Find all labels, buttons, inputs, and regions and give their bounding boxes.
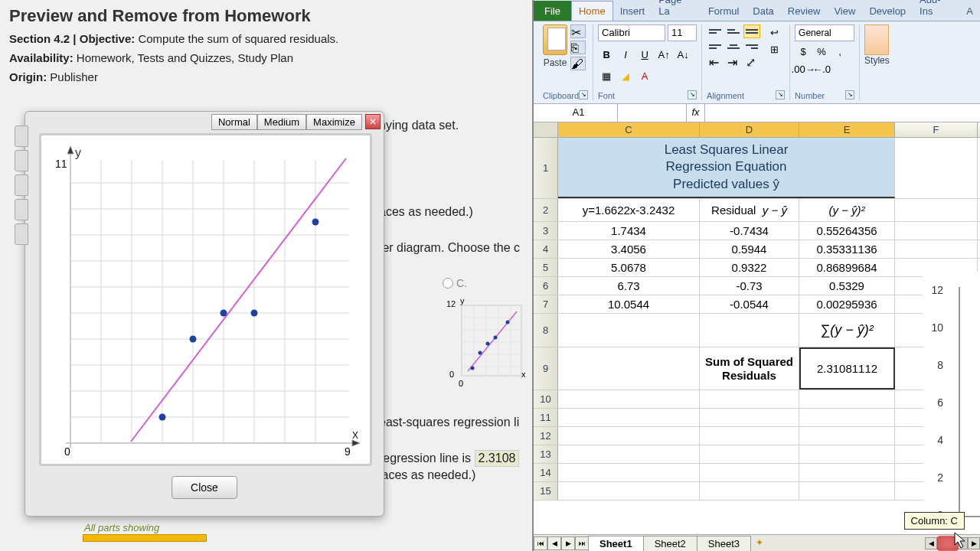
font-color-icon[interactable]: A: [636, 68, 653, 83]
cell[interactable]: -0.73: [700, 277, 799, 295]
increase-decimal-icon[interactable]: .00→: [795, 61, 812, 77]
cell[interactable]: [895, 222, 978, 240]
cell[interactable]: 0.5944: [700, 240, 799, 258]
cell[interactable]: [700, 482, 799, 500]
cell[interactable]: 5.0678: [558, 259, 700, 276]
sq-residual-header[interactable]: (y − ŷ)²: [799, 199, 895, 221]
side-tool[interactable]: [15, 223, 28, 245]
formula-bar[interactable]: [705, 104, 980, 122]
row-header[interactable]: 2: [534, 199, 558, 221]
insert-tab[interactable]: Insert: [613, 2, 652, 21]
row-header[interactable]: 8: [534, 314, 558, 347]
equation-cell[interactable]: y=1.6622x-3.2432: [558, 199, 700, 221]
cell[interactable]: [558, 464, 700, 481]
ssr-value-cell[interactable]: 2.31081112: [799, 347, 895, 390]
side-tool[interactable]: [15, 174, 28, 196]
row-header[interactable]: 7: [534, 295, 558, 313]
maximize-tab[interactable]: Maximize: [306, 114, 362, 130]
col-header-d[interactable]: D: [700, 122, 799, 137]
first-sheet-button[interactable]: ⏮: [534, 536, 547, 550]
cell[interactable]: 10.0544: [558, 295, 700, 313]
sheet2-tab[interactable]: Sheet2: [643, 536, 697, 551]
data-tab[interactable]: Data: [746, 2, 780, 21]
side-tool[interactable]: [15, 126, 28, 147]
row-header[interactable]: 14: [534, 464, 558, 481]
cell[interactable]: 0.00295936: [799, 295, 895, 313]
align-middle[interactable]: [725, 24, 742, 38]
number-launcher[interactable]: ↘: [845, 90, 854, 99]
pagelayout-tab[interactable]: Page La: [652, 0, 701, 21]
cell[interactable]: [558, 314, 700, 347]
align-center[interactable]: [725, 40, 742, 54]
sheet1-tab[interactable]: Sheet1: [588, 536, 644, 551]
row-header[interactable]: 15: [534, 482, 558, 500]
last-sheet-button[interactable]: ⏭: [575, 536, 589, 550]
cell[interactable]: [558, 427, 700, 445]
close-button[interactable]: Close: [172, 476, 237, 499]
prev-sheet-button[interactable]: ◀: [547, 536, 561, 550]
cell[interactable]: -0.0544: [700, 295, 799, 313]
align-bottom[interactable]: [743, 24, 760, 38]
merged-header-cell[interactable]: Least Squares Linear Regression Equation…: [558, 138, 895, 198]
row-header[interactable]: 1: [534, 138, 558, 198]
row-header[interactable]: 13: [534, 445, 558, 463]
col-header-e[interactable]: E: [799, 122, 895, 137]
underline-button[interactable]: U: [636, 47, 653, 63]
cell[interactable]: [700, 464, 799, 481]
cell[interactable]: [799, 390, 895, 408]
cell[interactable]: [558, 390, 700, 408]
font-name-select[interactable]: Calibri: [598, 24, 665, 41]
wrap-text-icon[interactable]: ↩: [763, 24, 785, 40]
font-launcher[interactable]: ↘: [688, 90, 697, 99]
side-tool[interactable]: [15, 150, 28, 171]
ssr-label-cell[interactable]: Sum of Squared Residuals: [700, 347, 799, 390]
copy-icon[interactable]: ⎘: [570, 41, 586, 54]
col-header-c[interactable]: C: [558, 122, 700, 137]
row-header[interactable]: 6: [534, 277, 558, 295]
cell[interactable]: [700, 314, 799, 347]
cell[interactable]: 0.9322: [700, 259, 799, 276]
medium-tab[interactable]: Medium: [257, 114, 306, 130]
col-header-f[interactable]: F: [895, 122, 978, 137]
developer-tab[interactable]: Develop: [862, 2, 913, 21]
cell[interactable]: -0.7434: [700, 222, 799, 240]
view-tab[interactable]: View: [827, 2, 862, 21]
scroll-right-button[interactable]: ▶: [968, 537, 980, 549]
cell[interactable]: [700, 390, 799, 408]
cell[interactable]: [700, 445, 799, 463]
sum-formula-cell[interactable]: ∑(y − ŷ)²: [799, 314, 895, 347]
align-left[interactable]: [707, 40, 724, 54]
bold-button[interactable]: B: [598, 47, 615, 63]
currency-icon[interactable]: $: [795, 44, 812, 59]
cell[interactable]: 1.7434: [558, 222, 700, 240]
scroll-left-button[interactable]: ◀: [925, 537, 937, 549]
cell[interactable]: [895, 240, 978, 258]
fill-color-icon[interactable]: ◢: [617, 68, 634, 83]
cell[interactable]: [799, 409, 895, 426]
cell[interactable]: [700, 427, 799, 445]
row-header[interactable]: 10: [534, 390, 558, 408]
number-format-select[interactable]: General: [795, 24, 854, 41]
cut-icon[interactable]: ✂: [570, 24, 586, 38]
orientation-icon[interactable]: ⤢: [743, 55, 760, 69]
align-right[interactable]: [743, 40, 760, 54]
cell[interactable]: [799, 445, 895, 463]
row-header[interactable]: 4: [534, 240, 558, 258]
increase-indent[interactable]: ⇥: [725, 55, 742, 69]
row-header[interactable]: 12: [534, 427, 558, 445]
review-tab[interactable]: Review: [781, 2, 828, 21]
new-sheet-icon[interactable]: ✦: [756, 537, 771, 549]
sheet3-tab[interactable]: Sheet3: [697, 536, 751, 551]
font-size-select[interactable]: 11: [668, 24, 697, 41]
formulas-tab[interactable]: Formul: [701, 2, 746, 21]
home-tab[interactable]: Home: [571, 1, 613, 21]
paste-button[interactable]: Paste: [543, 24, 567, 70]
addins-tab[interactable]: Add-Ins: [913, 0, 959, 21]
row-header[interactable]: 9: [534, 347, 558, 390]
cell[interactable]: [558, 445, 700, 463]
cell[interactable]: [799, 464, 895, 481]
alignment-launcher[interactable]: ↘: [776, 90, 785, 99]
comma-icon[interactable]: ,: [831, 44, 848, 59]
cell[interactable]: [558, 409, 700, 426]
cell[interactable]: 0.5329: [799, 277, 895, 295]
